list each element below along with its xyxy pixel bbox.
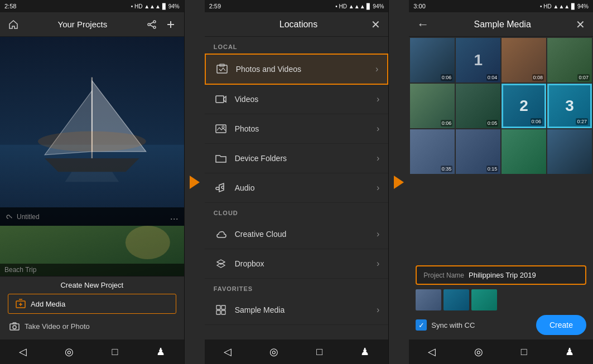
media-thumb-3[interactable]: 0:08 bbox=[502, 38, 546, 82]
back-nav-3[interactable]: ◁ bbox=[428, 346, 436, 358]
sample-media-icon bbox=[214, 303, 228, 317]
location-videos[interactable]: Videos › bbox=[205, 85, 389, 114]
time-2: 2:59 bbox=[209, 3, 221, 9]
svg-point-3 bbox=[38, 132, 146, 152]
create-label: Create bbox=[549, 321, 573, 329]
recents-nav-2[interactable]: □ bbox=[316, 346, 322, 358]
thumb-number-1: 1 bbox=[474, 51, 483, 69]
media-thumb-11[interactable] bbox=[502, 129, 546, 174]
selected-thumb-1 bbox=[416, 289, 441, 310]
location-dropbox[interactable]: Dropbox › bbox=[205, 249, 389, 279]
home-nav-2[interactable]: ◎ bbox=[269, 346, 278, 358]
media-thumb-5[interactable]: 0:06 bbox=[410, 84, 455, 128]
status-bar-1: 2:58 • HD ▲▲▲ ▊ 94% bbox=[0, 0, 184, 12]
photos-icon bbox=[214, 122, 228, 136]
creative-cloud-chevron: › bbox=[377, 229, 379, 239]
local-section-label: LOCAL bbox=[205, 37, 389, 54]
thumb-duration-5: 0:06 bbox=[441, 120, 453, 127]
location-photos-videos[interactable]: Photos and Videos › bbox=[205, 54, 389, 85]
svg-rect-14 bbox=[216, 305, 220, 309]
add-icon[interactable] bbox=[165, 19, 176, 30]
audio-icon bbox=[214, 181, 228, 195]
create-button[interactable]: Create bbox=[536, 315, 586, 335]
media-thumb-4[interactable]: 0:07 bbox=[547, 38, 592, 82]
thumb-number-3: 3 bbox=[565, 97, 574, 115]
svg-rect-12 bbox=[216, 125, 226, 133]
audio-label: Audio bbox=[235, 183, 377, 192]
svg-point-8 bbox=[13, 326, 16, 329]
svg-point-5 bbox=[126, 226, 170, 259]
media-thumb-12[interactable] bbox=[547, 129, 592, 174]
cloud-section-label: CLOUD bbox=[205, 203, 389, 220]
sync-left: ✓ Sync with CC bbox=[416, 319, 475, 331]
media-thumb-8-selected[interactable]: 3 0:27 bbox=[547, 84, 592, 128]
locations-content: LOCAL Photos and Videos › Videos bbox=[205, 37, 389, 339]
nav-bar-2: ◁ ◎ □ ♟ bbox=[205, 339, 389, 364]
creative-cloud-label: Creative Cloud bbox=[235, 230, 377, 239]
location-audio[interactable]: Audio › bbox=[205, 173, 389, 203]
panel1-title: Your Projects bbox=[58, 20, 108, 29]
share-icon[interactable] bbox=[146, 19, 157, 30]
project-more-btn[interactable]: ... bbox=[170, 211, 179, 222]
thumb-duration-9: 0:35 bbox=[441, 166, 453, 172]
thumb-duration-6: 0:05 bbox=[486, 120, 499, 127]
device-folders-icon bbox=[214, 151, 228, 166]
project-name-value[interactable]: Philippines Trip 2019 bbox=[469, 271, 578, 279]
location-device-folders[interactable]: Device Folders › bbox=[205, 144, 389, 173]
panel-2: 2:59 • HD ▲▲▲ ▊ 94% Locations ✕ LOCAL Ph… bbox=[205, 0, 389, 364]
content-spacer bbox=[409, 175, 593, 261]
thumb-duration-1: 0:06 bbox=[441, 74, 453, 81]
photos-chevron: › bbox=[377, 124, 379, 134]
status-bar-2: 2:59 • HD ▲▲▲ ▊ 94% bbox=[205, 0, 389, 12]
media-thumb-10[interactable]: 0:15 bbox=[456, 129, 500, 174]
back-nav-1[interactable]: ◁ bbox=[19, 346, 27, 358]
project-name-row: Project Name Philippines Trip 2019 bbox=[416, 265, 586, 285]
thumb-duration-4: 0:07 bbox=[577, 74, 590, 81]
sample-media-chevron: › bbox=[377, 305, 379, 315]
apps-nav-3[interactable]: ♟ bbox=[565, 346, 574, 358]
back-button[interactable]: ← bbox=[417, 17, 429, 32]
location-sample-media[interactable]: Sample Media › bbox=[205, 295, 389, 325]
recents-nav-1[interactable]: □ bbox=[112, 346, 118, 358]
media-thumb-9[interactable]: 0:35 bbox=[410, 129, 455, 174]
apps-nav-1[interactable]: ♟ bbox=[156, 346, 165, 358]
thumb-duration-2: 0:04 bbox=[486, 74, 499, 81]
apps-nav-2[interactable]: ♟ bbox=[360, 346, 369, 358]
battery-2: 94% bbox=[373, 3, 384, 9]
right-arrow-2 bbox=[394, 176, 404, 189]
thumb-duration-7: 0:06 bbox=[531, 118, 543, 125]
second-project-name: Beach Trip bbox=[4, 266, 36, 274]
add-media-button[interactable]: Add Media bbox=[8, 294, 176, 314]
arrow-2 bbox=[389, 0, 409, 364]
media-thumb-1[interactable]: 0:06 bbox=[410, 38, 455, 82]
dropbox-chevron: › bbox=[377, 259, 379, 269]
take-video-label: Take Video or Photo bbox=[25, 322, 90, 331]
media-thumb-6[interactable]: 0:05 bbox=[456, 84, 500, 128]
back-nav-2[interactable]: ◁ bbox=[224, 346, 232, 358]
location-photos[interactable]: Photos › bbox=[205, 114, 389, 144]
home-nav-3[interactable]: ◎ bbox=[474, 346, 483, 358]
media-grid: 0:06 1 0:04 0:08 0:07 0:06 0:05 2 0:06 bbox=[409, 37, 593, 175]
second-project: Beach Trip bbox=[0, 226, 184, 276]
close-button[interactable]: ✕ bbox=[371, 18, 380, 31]
arrow-1 bbox=[185, 0, 205, 364]
device-folders-label: Device Folders bbox=[235, 154, 377, 163]
svg-rect-11 bbox=[216, 96, 224, 103]
home-icon bbox=[8, 19, 19, 30]
right-arrow-1 bbox=[190, 176, 200, 189]
media-thumb-7-selected[interactable]: 2 0:06 bbox=[502, 84, 546, 128]
take-video-row[interactable]: Take Video or Photo bbox=[8, 317, 176, 335]
project-name-display: Untitled bbox=[17, 213, 40, 221]
location-creative-cloud[interactable]: Creative Cloud › bbox=[205, 220, 389, 249]
dropbox-label: Dropbox bbox=[235, 259, 377, 268]
videos-label: Videos bbox=[235, 95, 377, 104]
photos-label: Photos bbox=[235, 124, 377, 133]
sample-media-label: Sample Media bbox=[235, 305, 377, 314]
panel3-close-button[interactable]: ✕ bbox=[576, 18, 585, 31]
sync-checkbox[interactable]: ✓ bbox=[416, 319, 427, 331]
media-thumb-2[interactable]: 1 0:04 bbox=[456, 38, 500, 82]
cloud-sync-icon: Untitled bbox=[6, 213, 40, 221]
home-nav-1[interactable]: ◎ bbox=[65, 346, 74, 358]
videos-icon bbox=[214, 92, 228, 106]
recents-nav-3[interactable]: □ bbox=[521, 346, 527, 358]
